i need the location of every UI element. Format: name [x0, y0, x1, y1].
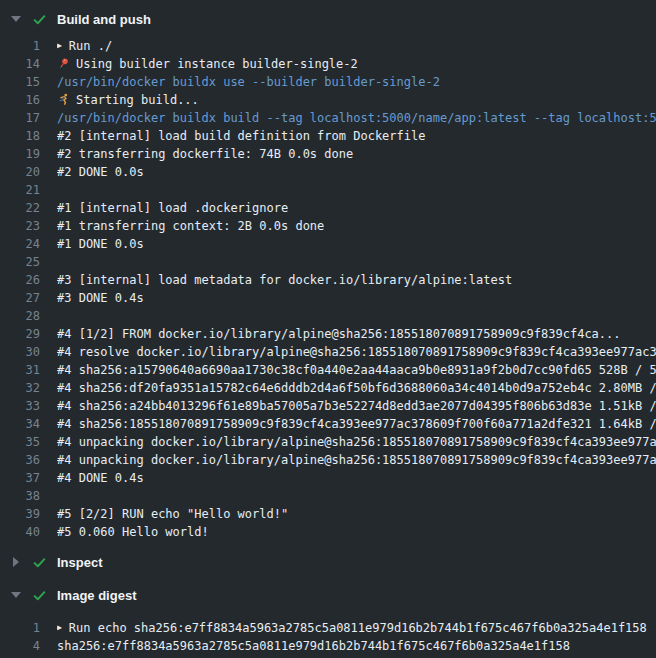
- log-section-image-digest: Image digest1▶Run echo sha256:e7ff8834a5…: [0, 583, 656, 655]
- line-text: #3 [internal] load metadata for docker.i…: [57, 271, 656, 289]
- expand-arrow-icon[interactable]: ▶: [57, 619, 62, 637]
- section-header-build-and-push[interactable]: Build and push: [0, 7, 656, 31]
- log-line: 1▶Run echo sha256:e7ff8834a5963a2785c5a0…: [0, 619, 656, 637]
- line-text-content: Run echo sha256:e7ff8834a5963a2785c5a081…: [69, 621, 647, 635]
- log-line: 18#2 [internal] load build definition fr…: [0, 127, 656, 145]
- line-text: [57, 253, 656, 271]
- log-line: 28: [0, 307, 656, 325]
- line-number[interactable]: 38: [0, 487, 40, 505]
- log-line: 32#4 sha256:df20fa9351a15782c64e6dddb2d4…: [0, 379, 656, 397]
- chevron-down-icon[interactable]: [8, 11, 24, 27]
- line-text: [57, 307, 656, 325]
- line-text: #4 unpacking docker.io/library/alpine@sh…: [57, 451, 656, 469]
- line-text: #4 sha256:df20fa9351a15782c64e6dddb2d4a6…: [57, 379, 656, 397]
- line-number[interactable]: 32: [0, 379, 40, 397]
- line-text-content: #4 sha256:a15790640a6690aa1730c38cf0a440…: [57, 363, 656, 377]
- line-number[interactable]: 33: [0, 397, 40, 415]
- line-text-content: /usr/bin/docker buildx use --builder bui…: [57, 75, 440, 89]
- workflow-log-panel: Build and push1▶Run ./14Using builder in…: [0, 0, 656, 655]
- check-icon: [32, 11, 48, 27]
- log-line: 25: [0, 253, 656, 271]
- line-text: Using builder instance builder-single-2: [57, 55, 656, 73]
- line-text: #4 DONE 0.4s: [57, 469, 656, 487]
- line-text-content: #4 [1/2] FROM docker.io/library/alpine@s…: [57, 327, 621, 341]
- log-line: 22#1 [internal] load .dockerignore: [0, 199, 656, 217]
- line-text-content: #4 sha256:a24bb4013296f61e89ba57005a7b3e…: [57, 399, 656, 413]
- line-number[interactable]: 23: [0, 217, 40, 235]
- section-title: Build and push: [57, 12, 151, 27]
- line-number[interactable]: 24: [0, 235, 40, 253]
- line-number[interactable]: 4: [0, 637, 40, 655]
- log-line: 26#3 [internal] load metadata for docker…: [0, 271, 656, 289]
- line-text[interactable]: ▶Run ./: [57, 37, 656, 55]
- log-line: 37#4 DONE 0.4s: [0, 469, 656, 487]
- line-text-content: Starting build...: [76, 93, 199, 107]
- log-line: 39#5 [2/2] RUN echo "Hello world!": [0, 505, 656, 523]
- line-number[interactable]: 34: [0, 415, 40, 433]
- line-text-content: #4 resolve docker.io/library/alpine@sha2…: [57, 345, 656, 359]
- line-text-content: /usr/bin/docker buildx build --tag local…: [57, 111, 656, 125]
- line-number[interactable]: 16: [0, 91, 40, 109]
- line-number[interactable]: 40: [0, 523, 40, 541]
- line-text-content: #1 DONE 0.0s: [57, 237, 144, 251]
- line-number[interactable]: 19: [0, 145, 40, 163]
- log-line: 17/usr/bin/docker buildx build --tag loc…: [0, 109, 656, 127]
- expand-arrow-icon[interactable]: ▶: [57, 37, 62, 55]
- log-line: 23#1 transferring context: 2B 0.0s done: [0, 217, 656, 235]
- line-number[interactable]: 36: [0, 451, 40, 469]
- line-text-content: #2 transferring dockerfile: 74B 0.0s don…: [57, 147, 353, 161]
- log-line: 40#5 0.060 Hello world!: [0, 523, 656, 541]
- line-number[interactable]: 25: [0, 253, 40, 271]
- line-text: #2 DONE 0.0s: [57, 163, 656, 181]
- section-header-inspect[interactable]: Inspect: [0, 550, 656, 574]
- line-number[interactable]: 26: [0, 271, 40, 289]
- line-number[interactable]: 39: [0, 505, 40, 523]
- line-number[interactable]: 29: [0, 325, 40, 343]
- line-text: sha256:e7ff8834a5963a2785c5a0811e979d16b…: [57, 637, 656, 655]
- line-number[interactable]: 21: [0, 181, 40, 199]
- log-section-build-and-push: Build and push1▶Run ./14Using builder in…: [0, 7, 656, 541]
- line-text-content: Using builder instance builder-single-2: [76, 57, 358, 71]
- chevron-down-icon[interactable]: [8, 587, 24, 603]
- line-number[interactable]: 15: [0, 73, 40, 91]
- line-text-content: #4 sha256:185518070891758909c9f839cf4ca3…: [57, 417, 656, 431]
- log-line: 33#4 sha256:a24bb4013296f61e89ba57005a7b…: [0, 397, 656, 415]
- line-number[interactable]: 28: [0, 307, 40, 325]
- line-number[interactable]: 31: [0, 361, 40, 379]
- line-text: #4 sha256:a15790640a6690aa1730c38cf0a440…: [57, 361, 656, 379]
- check-icon: [32, 554, 48, 570]
- line-text-content: #4 DONE 0.4s: [57, 471, 144, 485]
- log-line: 1▶Run ./: [0, 37, 656, 55]
- line-number[interactable]: 17: [0, 109, 40, 127]
- line-text: #4 resolve docker.io/library/alpine@sha2…: [57, 343, 656, 361]
- section-title: Image digest: [57, 588, 136, 603]
- line-text-content: #4 sha256:df20fa9351a15782c64e6dddb2d4a6…: [57, 381, 656, 395]
- line-text[interactable]: ▶Run echo sha256:e7ff8834a5963a2785c5a08…: [57, 619, 656, 637]
- line-text-content: #1 [internal] load .dockerignore: [57, 201, 288, 215]
- chevron-right-icon[interactable]: [8, 554, 24, 570]
- line-number[interactable]: 1: [0, 619, 40, 637]
- line-text-content: #5 [2/2] RUN echo "Hello world!": [57, 507, 288, 521]
- line-text-content: #4 unpacking docker.io/library/alpine@sh…: [57, 453, 656, 467]
- line-text-content: #1 transferring context: 2B 0.0s done: [57, 219, 324, 233]
- line-number[interactable]: 22: [0, 199, 40, 217]
- line-number[interactable]: 1: [0, 37, 40, 55]
- log-line: 29#4 [1/2] FROM docker.io/library/alpine…: [0, 325, 656, 343]
- runner-icon: [57, 93, 70, 106]
- line-number[interactable]: 18: [0, 127, 40, 145]
- log-line: 16Starting build...: [0, 91, 656, 109]
- section-title: Inspect: [57, 555, 103, 570]
- line-number[interactable]: 14: [0, 55, 40, 73]
- line-text: #3 DONE 0.4s: [57, 289, 656, 307]
- line-number[interactable]: 27: [0, 289, 40, 307]
- log-line: 36#4 unpacking docker.io/library/alpine@…: [0, 451, 656, 469]
- line-number[interactable]: 20: [0, 163, 40, 181]
- line-text-content: Run ./: [69, 39, 112, 53]
- log-line: 24#1 DONE 0.0s: [0, 235, 656, 253]
- line-number[interactable]: 37: [0, 469, 40, 487]
- line-number[interactable]: 35: [0, 433, 40, 451]
- section-header-image-digest[interactable]: Image digest: [0, 583, 656, 607]
- line-number[interactable]: 30: [0, 343, 40, 361]
- log-line: 27#3 DONE 0.4s: [0, 289, 656, 307]
- log-line: 14Using builder instance builder-single-…: [0, 55, 656, 73]
